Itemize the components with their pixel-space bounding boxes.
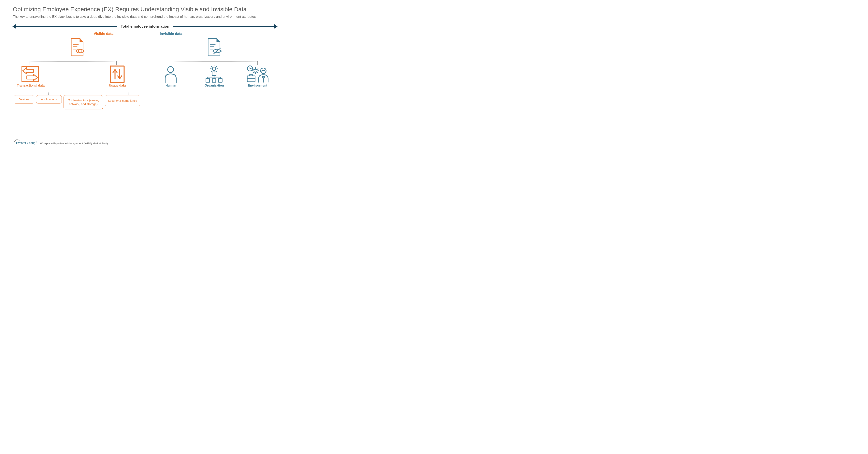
node-environment: Environment xyxy=(247,84,269,87)
svg-rect-5 xyxy=(110,66,124,82)
svg-rect-19 xyxy=(206,79,210,82)
page-subtitle: The key to unravelling the EX black box … xyxy=(13,14,261,19)
node-transactional-data: Transactional data xyxy=(14,84,48,87)
svg-point-23 xyxy=(254,69,257,72)
organization-icon xyxy=(204,65,224,84)
brand-registered: ® xyxy=(35,141,37,143)
pill-devices: Devices xyxy=(13,95,34,103)
axis-arrow-right-icon xyxy=(274,24,278,29)
human-icon xyxy=(163,65,179,84)
node-organization: Organization xyxy=(203,84,226,87)
axis-total-employee-info: Total employee information xyxy=(13,24,277,29)
svg-rect-20 xyxy=(212,79,216,82)
svg-rect-4 xyxy=(22,66,38,82)
svg-rect-21 xyxy=(219,79,222,82)
node-usage-data: Usage data xyxy=(105,84,129,87)
footer: Everest Group® Workplace Experience Mana… xyxy=(13,139,108,145)
pill-it-infrastructure: IT infrastructure (server, network, and … xyxy=(64,95,103,109)
brand-name: Everest Group xyxy=(16,141,35,145)
visible-document-eye-icon xyxy=(69,38,86,58)
page-title: Optimizing Employee Experience (EX) Requ… xyxy=(13,6,277,12)
logo-caret-icon xyxy=(15,139,20,141)
everest-group-logo: Everest Group® xyxy=(13,139,38,145)
diagram: Visible data Invisible data xyxy=(13,30,277,119)
footer-note: Workplace Experience Management (WEM) Ma… xyxy=(40,142,108,145)
node-human: Human xyxy=(162,84,180,87)
svg-point-12 xyxy=(212,67,216,71)
axis-arrow-left-icon xyxy=(12,24,16,29)
transactional-arrows-icon xyxy=(21,65,39,84)
pill-applications: Applications xyxy=(36,95,62,103)
environment-icon xyxy=(246,65,269,84)
section-invisible-data: Invisible data xyxy=(160,32,182,36)
svg-point-3 xyxy=(79,50,81,53)
svg-point-11 xyxy=(168,67,174,72)
invisible-document-hidden-icon xyxy=(206,38,222,58)
usage-updown-icon xyxy=(110,65,125,84)
pill-security-compliance: Security & compliance xyxy=(105,95,140,106)
axis-label: Total employee information xyxy=(117,24,173,29)
section-visible-data: Visible data xyxy=(94,32,114,36)
